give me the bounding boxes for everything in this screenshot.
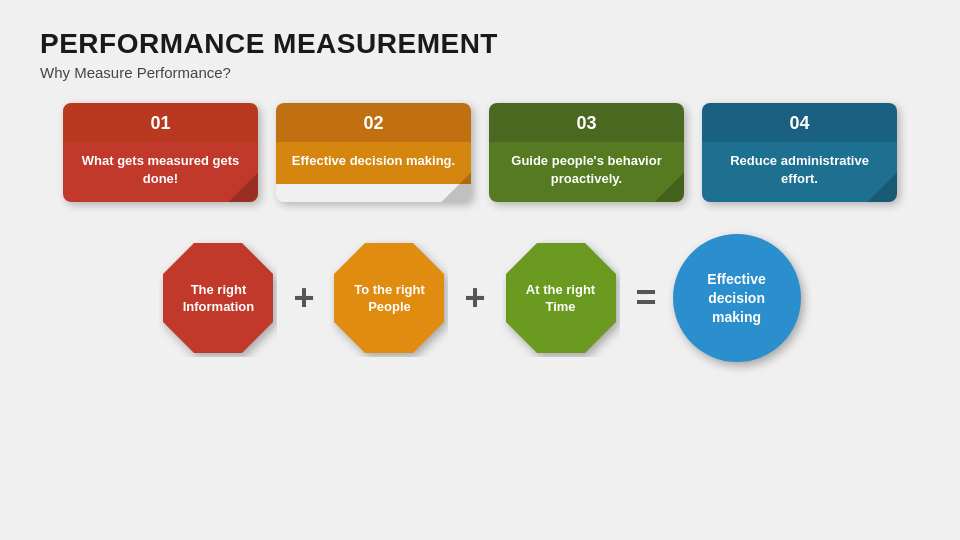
plus-operator-1: + <box>293 280 314 316</box>
page-subtitle: Why Measure Performance? <box>40 64 920 81</box>
equals-operator: = <box>636 280 657 316</box>
card-1: 01 What gets measured gets done! <box>63 103 258 202</box>
result-circle-wrap: Effective decision making <box>667 228 807 368</box>
plus-operator-2: + <box>464 280 485 316</box>
octagon-2-wrap: To the right People <box>324 233 454 363</box>
octagon-2-text: To the right People <box>330 281 448 316</box>
card-3: 03 Guide people's behavior proactively. <box>489 103 684 202</box>
card-4: 04 Reduce administrative effort. <box>702 103 897 202</box>
octagon-1: The right Information <box>159 239 277 357</box>
octagon-1-text: The right Information <box>159 281 277 316</box>
page-title: PERFORMANCE MEASUREMENT <box>40 28 920 60</box>
octagon-2: To the right People <box>330 239 448 357</box>
result-text: Effective decision making <box>673 270 801 327</box>
result-circle: Effective decision making <box>673 234 801 362</box>
card-2-text: Effective decision making. <box>276 142 471 184</box>
card-3-number: 03 <box>489 103 684 142</box>
card-2: 02 Effective decision making. <box>276 103 471 202</box>
card-4-text: Reduce administrative effort. <box>702 142 897 202</box>
card-2-number: 02 <box>276 103 471 142</box>
card-1-number: 01 <box>63 103 258 142</box>
octagon-3-text: At the right Time <box>502 281 620 316</box>
octagon-1-wrap: The right Information <box>153 233 283 363</box>
card-4-number: 04 <box>702 103 897 142</box>
octagon-3-wrap: At the right Time <box>496 233 626 363</box>
octagon-3: At the right Time <box>502 239 620 357</box>
card-1-text: What gets measured gets done! <box>63 142 258 202</box>
bottom-row: The right Information + To the right Peo… <box>40 228 920 368</box>
card-3-text: Guide people's behavior proactively. <box>489 142 684 202</box>
cards-row: 01 What gets measured gets done! 02 Effe… <box>40 103 920 202</box>
slide: PERFORMANCE MEASUREMENT Why Measure Perf… <box>0 0 960 540</box>
